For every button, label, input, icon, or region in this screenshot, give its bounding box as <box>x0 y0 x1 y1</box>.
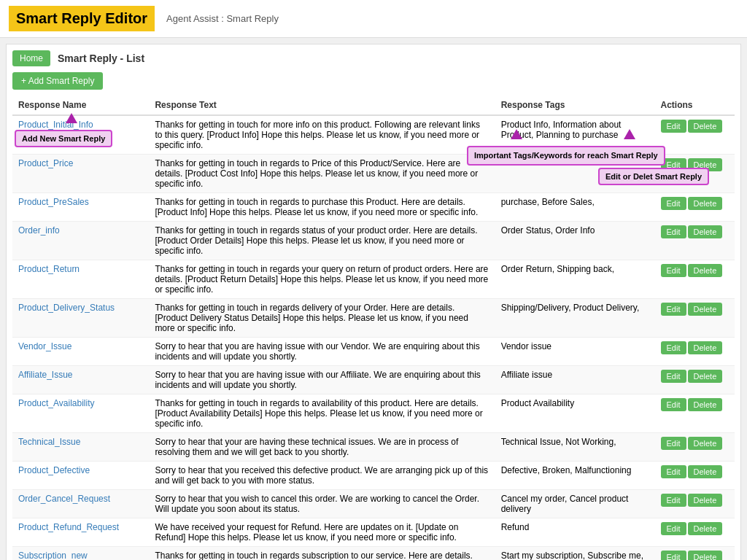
response-tags: Affiliate issue <box>495 366 655 394</box>
response-text: Sorry to hear that you are having issue … <box>149 366 495 394</box>
response-name-link[interactable]: Product_Initial_Info <box>18 120 93 130</box>
response-name-link[interactable]: Product_Refund_Request <box>18 522 119 532</box>
response-tags: Cancel my order, Cancel product delivery <box>495 490 655 518</box>
response-name-link[interactable]: Product_Return <box>18 264 80 274</box>
smart-reply-table: Response Name Response Text Response Tag… <box>12 96 735 560</box>
response-name-link[interactable]: Product_Price <box>18 158 73 168</box>
response-text: Sorry to hear that your are having these… <box>149 433 495 462</box>
response-text: Sorry to hear that you are having issue … <box>149 338 495 366</box>
action-buttons: EditDelete <box>655 433 735 462</box>
table-row: Technical_IssueSorry to hear that your a… <box>12 433 735 462</box>
response-text: Thanks for getting in touch in regards t… <box>149 155 495 193</box>
edit-button[interactable]: Edit <box>661 437 686 450</box>
edit-button[interactable]: Edit <box>661 158 686 171</box>
action-buttons: EditDelete <box>655 394 735 433</box>
action-buttons: EditDelete <box>655 462 735 490</box>
response-tags: Order Status, Order Info <box>495 222 655 260</box>
edit-button[interactable]: Edit <box>661 303 686 316</box>
delete-button[interactable]: Delete <box>688 120 723 133</box>
delete-button[interactable]: Delete <box>688 370 723 383</box>
delete-button[interactable]: Delete <box>688 197 723 210</box>
response-name-link[interactable]: Order_Cancel_Request <box>18 494 110 504</box>
edit-button[interactable]: Edit <box>661 370 686 383</box>
action-buttons: EditDelete <box>655 155 735 193</box>
response-name-link[interactable]: Vendor_Issue <box>18 341 71 351</box>
response-text: Thanks for getting in touch in regards t… <box>149 394 495 433</box>
action-buttons: EditDelete <box>655 338 735 366</box>
response-text: Thanks for getting in touch in regards t… <box>149 193 495 222</box>
delete-button[interactable]: Delete <box>688 437 723 450</box>
response-tags: Start my subscription, Subscribe me, <box>495 547 655 561</box>
response-name-link[interactable]: Affiliate_Issue <box>18 370 73 380</box>
delete-button[interactable]: Delete <box>688 303 723 316</box>
action-buttons: EditDelete <box>655 518 735 547</box>
response-name-link[interactable]: Product_PreSales <box>18 197 89 207</box>
response-tags: Vendor issue <box>495 338 655 366</box>
response-tags: purchase, Before Sales, <box>495 193 655 222</box>
edit-button[interactable]: Edit <box>661 225 686 238</box>
table-row: Product_ReturnThanks for getting in touc… <box>12 260 735 299</box>
edit-button[interactable]: Edit <box>661 398 686 411</box>
table-row: Order_infoThanks for getting in touch in… <box>12 222 735 260</box>
response-text: Sorry to hear that you wish to cancel th… <box>149 490 495 518</box>
table-row: Product_PreSalesThanks for getting in to… <box>12 193 735 222</box>
table-body: Product_Initial_InfoThanks for getting i… <box>12 115 735 560</box>
delete-button[interactable]: Delete <box>688 494 723 507</box>
table-row: Product_PriceThanks for getting in touch… <box>12 155 735 193</box>
delete-button[interactable]: Delete <box>688 158 723 171</box>
main-container: Home Smart Reply - List + Add Smart Repl… <box>6 44 741 560</box>
delete-button[interactable]: Delete <box>688 465 723 478</box>
response-tags <box>495 155 655 193</box>
response-name-link[interactable]: Technical_Issue <box>18 437 80 447</box>
response-text: We have received your request for Refund… <box>149 518 495 547</box>
action-buttons: EditDelete <box>655 193 735 222</box>
action-buttons: EditDelete <box>655 547 735 561</box>
edit-button[interactable]: Edit <box>661 341 686 354</box>
col-header-actions: Actions <box>655 96 735 115</box>
table-row: Vendor_IssueSorry to hear that you are h… <box>12 338 735 366</box>
add-smart-reply-button[interactable]: + Add Smart Reply <box>12 72 103 90</box>
edit-button[interactable]: Edit <box>661 551 686 560</box>
table-row: Affiliate_IssueSorry to hear that you ar… <box>12 366 735 394</box>
action-buttons: EditDelete <box>655 490 735 518</box>
response-tags: Refund <box>495 518 655 547</box>
edit-button[interactable]: Edit <box>661 120 686 133</box>
table-row: Product_Delivery_StatusThanks for gettin… <box>12 299 735 338</box>
response-text: Thanks for getting in touch in regards d… <box>149 299 495 338</box>
delete-button[interactable]: Delete <box>688 341 723 354</box>
response-tags: Product Info, Information about Product,… <box>495 115 655 155</box>
edit-button[interactable]: Edit <box>661 465 686 478</box>
action-buttons: EditDelete <box>655 260 735 299</box>
delete-button[interactable]: Delete <box>688 551 723 560</box>
response-text: Thanks for getting in touch in regards y… <box>149 260 495 299</box>
home-button[interactable]: Home <box>12 50 50 66</box>
add-button-row: + Add Smart Reply <box>12 72 735 90</box>
response-tags: Shipping/Delivery, Product Delivery, <box>495 299 655 338</box>
delete-button[interactable]: Delete <box>688 398 723 411</box>
response-text: Thanks for getting in touch for more inf… <box>149 115 495 155</box>
edit-button[interactable]: Edit <box>661 494 686 507</box>
delete-button[interactable]: Delete <box>688 264 723 277</box>
response-name-link[interactable]: Product_Delivery_Status <box>18 303 115 313</box>
edit-button[interactable]: Edit <box>661 264 686 277</box>
response-tags: Product Availability <box>495 394 655 433</box>
response-text: Thanks for getting in touch in regards s… <box>149 222 495 260</box>
delete-button[interactable]: Delete <box>688 522 723 535</box>
response-name-link[interactable]: Subscription_new <box>18 551 88 560</box>
response-tags: Order Return, Shipping back, <box>495 260 655 299</box>
table-row: Product_AvailabilityThanks for getting i… <box>12 394 735 433</box>
header-bar: Smart Reply Editor Agent Assist : Smart … <box>0 0 747 38</box>
edit-button[interactable]: Edit <box>661 197 686 210</box>
breadcrumb: Agent Assist : Smart Reply <box>166 13 279 24</box>
response-name-link[interactable]: Order_info <box>18 225 60 236</box>
table-row: Product_Initial_InfoThanks for getting i… <box>12 115 735 155</box>
response-name-link[interactable]: Product_Defective <box>18 465 90 475</box>
table-row: Subscription_newThanks for getting in to… <box>12 547 735 561</box>
action-buttons: EditDelete <box>655 115 735 155</box>
table-header-row: Response Name Response Text Response Tag… <box>12 96 735 115</box>
action-buttons: EditDelete <box>655 366 735 394</box>
delete-button[interactable]: Delete <box>688 225 723 238</box>
action-buttons: EditDelete <box>655 222 735 260</box>
edit-button[interactable]: Edit <box>661 522 686 535</box>
response-name-link[interactable]: Product_Availability <box>18 398 95 408</box>
